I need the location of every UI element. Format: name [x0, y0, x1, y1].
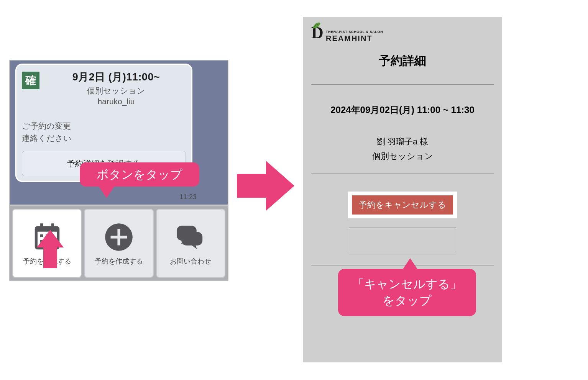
- chat-datetime: 9月2日 (月)11:00~: [46, 70, 186, 84]
- logo-tagline: THERAPIST SCHOOL & SALON: [326, 30, 383, 34]
- reservation-datetime: 2024年09月02日(月) 11:00 ~ 11:30: [311, 104, 494, 116]
- plus-circle-icon: [102, 221, 135, 254]
- divider: [311, 174, 494, 174]
- callout-tail-icon: [99, 187, 114, 198]
- callout-tail-icon: [402, 258, 418, 270]
- cancel-frame: 予約をキャンセルする: [348, 192, 457, 218]
- chat-body-text: ご予約の変更 連絡ください: [22, 120, 186, 144]
- chat-title-block: 9月2日 (月)11:00~ 個別セッション haruko_liu: [46, 70, 186, 106]
- nav-label: お問い合わせ: [170, 257, 211, 266]
- chat-username: haruko_liu: [46, 97, 186, 106]
- leaf-icon: [312, 21, 321, 29]
- callout-tap-button: ボタンをタップ: [80, 162, 199, 187]
- callout-text-line2: をタップ: [383, 294, 432, 307]
- callout-text-line1: 「キャンセルする」: [352, 277, 462, 291]
- nav-create-reservation[interactable]: 予約を作成する: [84, 209, 153, 278]
- nav-label: 予約を作成する: [95, 257, 143, 266]
- secondary-box: [349, 228, 456, 254]
- chat-header: 確 9月2日 (月)11:00~ 個別セッション haruko_liu: [22, 70, 186, 106]
- chat-body-line1: ご予約の変更: [22, 121, 71, 130]
- arrow-up-icon: [37, 230, 64, 268]
- nav-contact[interactable]: お問い合わせ: [156, 209, 225, 278]
- chat-body-line2: 連絡ください: [22, 134, 72, 142]
- callout-text: ボタンをタップ: [97, 168, 182, 181]
- brand-logo: D THERAPIST SCHOOL & SALON REAMHINT: [311, 25, 494, 44]
- reservation-customer: 劉 羽瑠子a 様: [311, 136, 494, 147]
- chat-service: 個別セッション: [46, 85, 186, 96]
- reservation-session: 個別セッション: [311, 151, 494, 162]
- logo-d-wrap: D: [311, 25, 325, 44]
- cancel-reservation-button[interactable]: 予約をキャンセルする: [352, 195, 453, 215]
- logo-text-wrap: THERAPIST SCHOOL & SALON REAMHINT: [326, 30, 383, 43]
- svg-rect-2: [110, 236, 127, 238]
- logo-name: REAMHINT: [326, 34, 383, 43]
- confirm-badge-icon: 確: [22, 72, 39, 89]
- cancel-wrap: 予約をキャンセルする: [311, 192, 494, 218]
- callout-tap-cancel: 「キャンセルする」 をタップ: [338, 269, 476, 316]
- arrow-right-icon: [237, 161, 294, 211]
- chat-icon: [174, 221, 207, 254]
- message-timestamp: 11:23: [179, 193, 197, 201]
- reservation-detail-block: 2024年09月02日(月) 11:00 ~ 11:30 劉 羽瑠子a 様 個別…: [311, 85, 494, 174]
- page-title: 予約詳細: [311, 53, 494, 69]
